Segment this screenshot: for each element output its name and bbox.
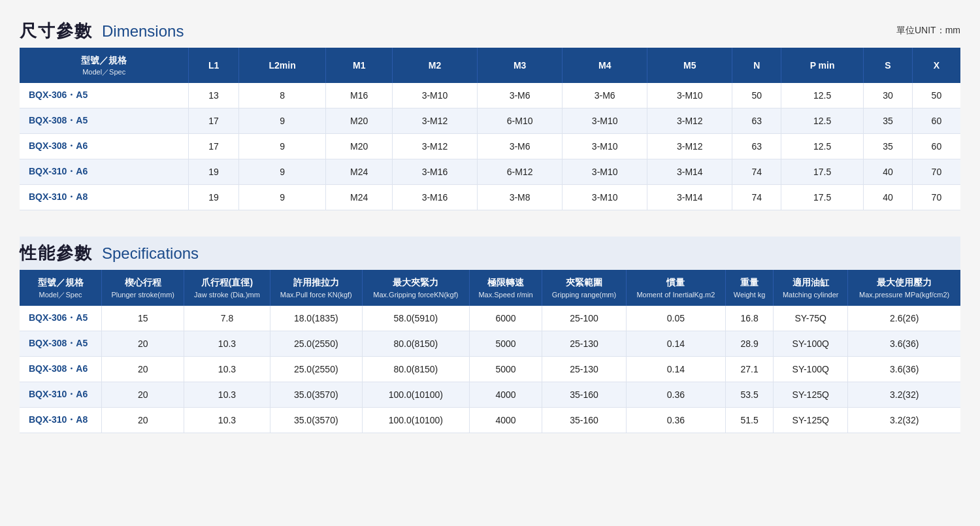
table-row: BQX-310・A6199M243-M166-M123-M103-M147417… — [20, 159, 960, 185]
dim-col-header: M1 — [326, 48, 393, 83]
specifications-title-en: Specifications — [102, 244, 199, 263]
dim-col-header: N — [732, 48, 781, 83]
specifications-title-zh: 性能參數 — [20, 242, 93, 265]
spec-col-header: 許用推拉力Max.Pull force KN(kgf) — [270, 270, 362, 305]
dim-col-header: M3 — [478, 48, 563, 83]
specifications-table: 型號／規格Model／Spec楔心行程Plunger stroke(mm)爪行程… — [20, 270, 960, 433]
spec-col-header: 重量Weight kg — [726, 270, 774, 305]
table-row: BQX-308・A5179M203-M126-M103-M103-M126312… — [20, 108, 960, 134]
table-row: BQX-308・A6179M203-M123-M63-M103-M126312.… — [20, 134, 960, 159]
table-row: BQX-306・A5157.818.0(1835)58.0(5910)60002… — [20, 306, 960, 331]
spec-col-header: 極限轉速Max.Speed r/min — [469, 270, 542, 305]
table-row: BQX-306・A5138M163-M103-M63-M63-M105012.5… — [20, 83, 960, 108]
dimensions-table: 型號／規格Model／SpecL1L2minM1M2M3M4M5NP minSX… — [20, 48, 960, 210]
specifications-section-header: 性能參數 Specifications — [20, 237, 960, 270]
dimensions-section-header: 尺寸參數 Dimensions 單位UNIT：mm — [20, 13, 960, 48]
dimensions-title-en: Dimensions — [102, 22, 184, 41]
table-row: BQX-308・A52010.325.0(2550)80.0(8150)5000… — [20, 331, 960, 356]
table-row: BQX-310・A8199M243-M163-M83-M103-M147417.… — [20, 185, 960, 210]
spec-col-header: 型號／規格Model／Spec — [20, 270, 102, 305]
table-row: BQX-310・A82010.335.0(3570)100.0(10100)40… — [20, 407, 960, 433]
dim-col-header: M5 — [647, 48, 732, 83]
dimensions-title-zh: 尺寸參數 — [20, 20, 93, 42]
spec-col-header: 適用油缸Matching cylinder — [774, 270, 848, 305]
dim-col-header: M4 — [563, 48, 647, 83]
spec-col-header: 夾緊範圍Gripping range(mm) — [542, 270, 626, 305]
dim-col-header: 型號／規格Model／Spec — [20, 48, 189, 83]
dim-col-header: L1 — [189, 48, 239, 83]
spec-col-header: 慣量Moment of InertialKg.m2 — [626, 270, 725, 305]
spec-col-header: 最大夾緊力Max.Gripping forceKN(kgf) — [362, 270, 469, 305]
dim-col-header: S — [864, 48, 913, 83]
table-row: BQX-310・A62010.335.0(3570)100.0(10100)40… — [20, 382, 960, 407]
table-row: BQX-308・A62010.325.0(2550)80.0(8150)5000… — [20, 356, 960, 382]
dim-col-header: P min — [781, 48, 864, 83]
spec-col-header: 爪行程(直徑)Jaw stroke (Dia.)mm — [184, 270, 270, 305]
dim-col-header: X — [912, 48, 960, 83]
spec-col-header: 最大使用壓力Max.pressure MPa(kgf/cm2) — [848, 270, 960, 305]
dim-col-header: M2 — [392, 48, 477, 83]
unit-label: 單位UNIT：mm — [896, 25, 960, 37]
dim-col-header: L2min — [238, 48, 326, 83]
spec-col-header: 楔心行程Plunger stroke(mm) — [102, 270, 184, 305]
